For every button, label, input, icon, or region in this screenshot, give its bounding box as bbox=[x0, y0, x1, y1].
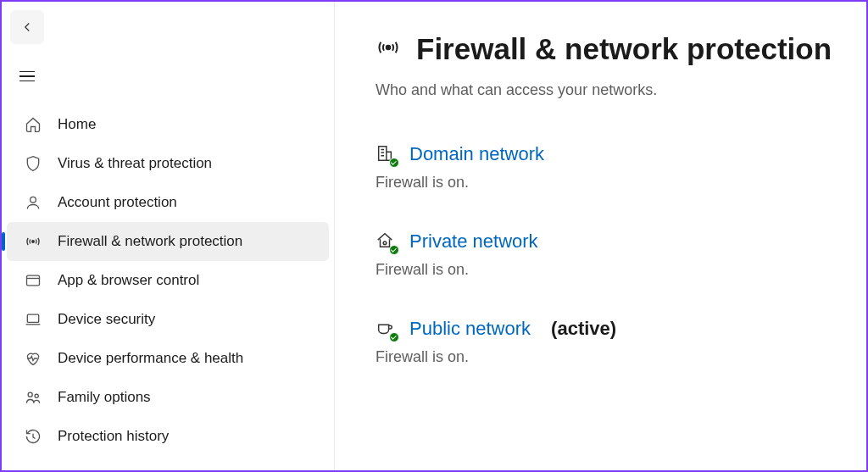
family-icon bbox=[24, 388, 42, 407]
svg-point-6 bbox=[387, 46, 391, 50]
sidebar-item-label: Family options bbox=[58, 389, 151, 406]
sidebar-item-label: App & browser control bbox=[58, 272, 199, 289]
network-block-public: Public network (active) Firewall is on. bbox=[376, 318, 866, 366]
sidebar-item-app-browser[interactable]: App & browser control bbox=[7, 261, 329, 300]
sidebar-item-label: Protection history bbox=[58, 428, 169, 445]
sidebar: Home Virus & threat protection Account p… bbox=[2, 2, 335, 470]
main-content: Firewall & network protection Who and wh… bbox=[335, 2, 866, 470]
page-title: Firewall & network protection bbox=[416, 32, 832, 66]
sidebar-item-virus[interactable]: Virus & threat protection bbox=[7, 144, 329, 183]
network-status: Firewall is on. bbox=[376, 261, 866, 279]
menu-button[interactable] bbox=[10, 59, 44, 93]
network-block-domain: Domain network Firewall is on. bbox=[376, 143, 866, 192]
sidebar-item-label: Device security bbox=[58, 311, 155, 328]
sidebar-item-label: Firewall & network protection bbox=[58, 233, 242, 250]
svg-point-0 bbox=[31, 197, 36, 203]
antenna-icon bbox=[376, 35, 401, 64]
svg-point-8 bbox=[383, 242, 387, 245]
arrow-left-icon bbox=[19, 19, 35, 35]
active-label: (active) bbox=[551, 318, 616, 340]
public-network-link[interactable]: Public network bbox=[409, 318, 531, 340]
history-icon bbox=[24, 427, 42, 446]
nav-list: Home Virus & threat protection Account p… bbox=[2, 105, 334, 456]
sidebar-item-account[interactable]: Account protection bbox=[7, 183, 329, 222]
network-status: Firewall is on. bbox=[376, 174, 866, 192]
domain-network-link[interactable]: Domain network bbox=[409, 143, 544, 165]
antenna-icon bbox=[24, 232, 42, 251]
svg-rect-7 bbox=[379, 147, 387, 161]
home-icon bbox=[24, 115, 42, 134]
svg-rect-2 bbox=[27, 275, 40, 286]
building-icon bbox=[376, 144, 396, 164]
sidebar-item-history[interactable]: Protection history bbox=[7, 417, 329, 456]
back-button[interactable] bbox=[10, 10, 44, 44]
laptop-icon bbox=[24, 310, 42, 329]
app-icon bbox=[24, 271, 42, 290]
page-subtitle: Who and what can access your networks. bbox=[376, 81, 866, 99]
sidebar-item-performance[interactable]: Device performance & health bbox=[7, 339, 329, 378]
sidebar-item-label: Virus & threat protection bbox=[58, 155, 212, 172]
private-network-link[interactable]: Private network bbox=[409, 230, 538, 253]
person-icon bbox=[24, 193, 42, 212]
sidebar-item-label: Home bbox=[58, 116, 96, 133]
svg-point-5 bbox=[35, 394, 38, 397]
shield-icon bbox=[24, 154, 42, 173]
network-block-private: Private network Firewall is on. bbox=[376, 230, 866, 279]
svg-point-4 bbox=[28, 392, 32, 397]
sidebar-item-firewall[interactable]: Firewall & network protection bbox=[7, 222, 329, 261]
svg-rect-3 bbox=[27, 314, 38, 322]
sidebar-item-home[interactable]: Home bbox=[7, 105, 329, 144]
network-status: Firewall is on. bbox=[376, 348, 866, 366]
house-network-icon bbox=[376, 231, 396, 252]
sidebar-item-label: Account protection bbox=[58, 194, 177, 211]
heart-icon bbox=[24, 349, 42, 368]
sidebar-item-device-security[interactable]: Device security bbox=[7, 300, 329, 339]
cafe-icon bbox=[376, 319, 396, 339]
sidebar-item-label: Device performance & health bbox=[58, 350, 243, 367]
svg-point-1 bbox=[32, 241, 35, 243]
sidebar-item-family[interactable]: Family options bbox=[7, 378, 329, 417]
